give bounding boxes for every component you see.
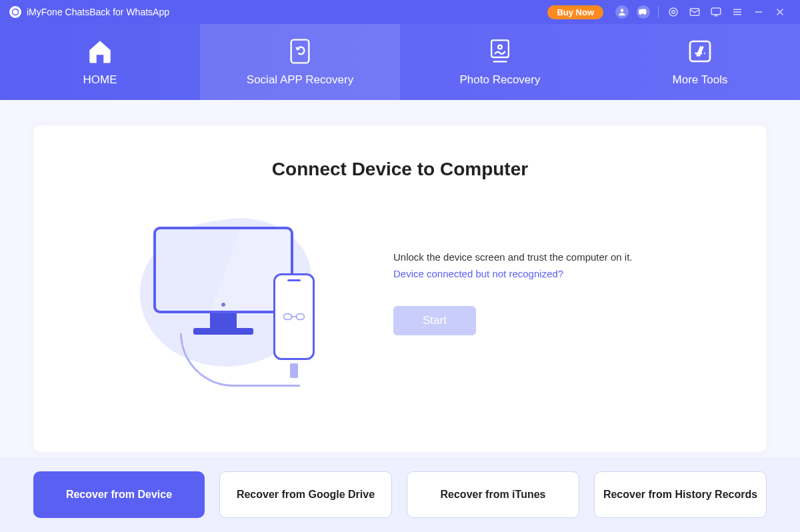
tab-photo-recovery[interactable]: Photo Recovery [400,24,600,100]
tab-label: HOME [83,73,117,87]
svg-point-14 [498,45,502,49]
tab-social-app-recovery[interactable]: Social APP Recovery [200,24,400,100]
not-recognized-link[interactable]: Device connected but not recognized? [393,268,660,279]
refresh-icon [289,37,311,65]
svg-rect-18 [296,314,304,320]
svg-rect-12 [291,40,309,63]
separator [658,7,659,17]
instruction-column: Unlock the device screen and trust the c… [393,251,660,335]
connect-illustration [140,200,347,387]
svg-point-3 [672,11,675,14]
option-recover-from-device[interactable]: Recover from Device [33,471,205,518]
menu-icon[interactable] [731,5,744,19]
target-icon[interactable] [667,5,680,19]
connect-card: Connect Device to Computer Unlock the de… [33,125,767,452]
svg-rect-16 [690,41,710,61]
tab-label: Photo Recovery [460,73,541,87]
app-title: iMyFone ChatsBack for WhatsApp [27,7,169,17]
account-icon[interactable] [615,5,629,19]
tab-label: Social APP Recovery [247,73,353,87]
content-area: Connect Device to Computer Unlock the de… [0,100,800,452]
photo-icon [488,37,512,65]
recovery-options: Recover from Device Recover from Google … [0,457,800,532]
page-heading: Connect Device to Computer [73,159,727,180]
home-icon [86,37,114,65]
tab-more-tools[interactable]: More Tools [600,24,800,100]
mail-icon[interactable] [688,5,701,19]
discord-icon[interactable] [637,5,650,19]
minimize-icon[interactable] [752,5,765,19]
tab-home[interactable]: HOME [0,24,200,100]
option-recover-from-google-drive[interactable]: Recover from Google Drive [219,471,392,518]
close-icon[interactable] [773,5,787,19]
start-button[interactable]: Start [393,306,476,335]
option-recover-from-itunes[interactable]: Recover from iTunes [407,471,579,518]
main-nav: HOME Social APP Recovery Photo Recovery … [0,24,800,100]
appstore-icon [688,37,712,65]
feedback-icon[interactable] [709,5,723,19]
svg-point-2 [669,8,677,16]
svg-rect-5 [711,8,721,15]
instruction-text: Unlock the device screen and trust the c… [393,251,660,263]
app-logo-icon [9,6,21,18]
option-recover-from-history-records[interactable]: Recover from History Records [594,471,767,518]
tab-label: More Tools [673,73,728,87]
svg-rect-17 [284,314,292,320]
buy-now-button[interactable]: Buy Now [547,5,603,19]
titlebar: iMyFone ChatsBack for WhatsApp Buy Now [0,0,800,24]
svg-point-1 [621,9,624,12]
